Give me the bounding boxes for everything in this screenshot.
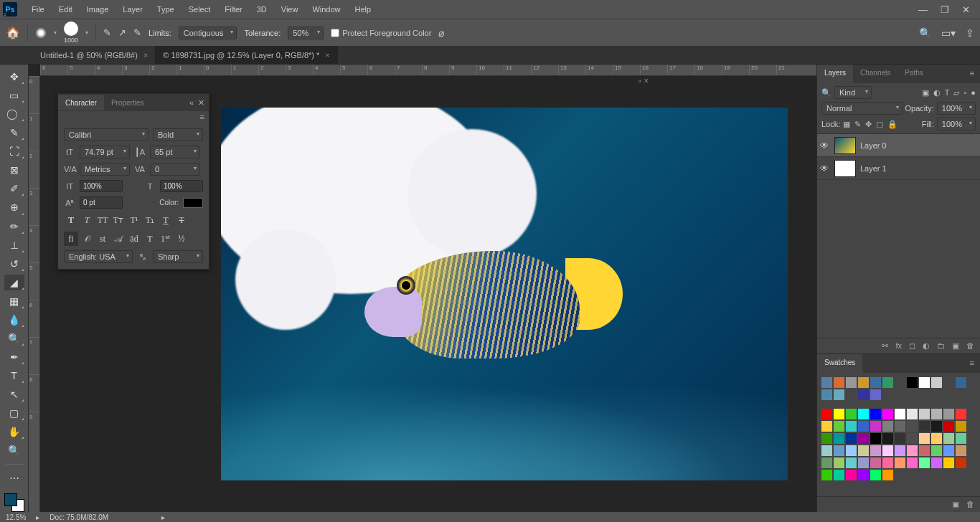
close-tab-icon[interactable]: × bbox=[143, 51, 148, 60]
link-layers-icon[interactable]: ⚯ bbox=[882, 341, 888, 351]
delete-swatch-icon[interactable]: 🗑 bbox=[966, 500, 974, 509]
swatch[interactable] bbox=[956, 421, 966, 432]
blur-tool[interactable]: 💧 bbox=[4, 312, 24, 328]
discretionary-button[interactable]: st bbox=[95, 232, 110, 246]
filter-kind-dropdown[interactable]: Kind bbox=[834, 86, 872, 99]
blend-mode-dropdown[interactable]: Normal bbox=[821, 102, 903, 115]
move-tool[interactable]: ✥ bbox=[4, 69, 24, 85]
collapse-icon[interactable]: « bbox=[189, 98, 194, 108]
lock-all-icon[interactable]: 🔒 bbox=[887, 120, 897, 129]
maximize-icon[interactable]: ❐ bbox=[941, 4, 949, 15]
lasso-tool[interactable]: ⃝ bbox=[4, 106, 24, 122]
swatch[interactable] bbox=[956, 409, 966, 419]
tab-paths[interactable]: Paths bbox=[897, 65, 930, 83]
swatch[interactable] bbox=[919, 409, 930, 419]
italic-button[interactable]: T bbox=[80, 213, 94, 227]
canvas[interactable] bbox=[221, 108, 788, 480]
subscript-button[interactable]: T₁ bbox=[143, 213, 157, 227]
opacity-input[interactable]: 100% bbox=[937, 102, 976, 115]
swatch[interactable] bbox=[956, 433, 966, 444]
workspace-icon[interactable]: ▭▾ bbox=[941, 27, 956, 39]
panel-menu-icon[interactable]: ≡ bbox=[964, 65, 980, 83]
swatch[interactable] bbox=[907, 377, 918, 388]
swatch[interactable] bbox=[895, 457, 905, 468]
swatch[interactable] bbox=[895, 445, 905, 456]
fractions-button[interactable]: ½ bbox=[174, 232, 189, 246]
swash-button[interactable]: 𝒜 bbox=[111, 232, 126, 246]
pressure-icon[interactable]: ⌀ bbox=[438, 27, 444, 39]
filter-shape-icon[interactable]: ▱ bbox=[953, 88, 959, 98]
filter-type-icon[interactable]: T bbox=[945, 88, 950, 98]
swatch[interactable] bbox=[858, 409, 869, 419]
tab-properties[interactable]: Properties bbox=[104, 95, 151, 110]
gradient-tool[interactable]: ▦ bbox=[4, 293, 24, 309]
swatch[interactable] bbox=[821, 470, 832, 480]
swatch[interactable] bbox=[907, 409, 918, 419]
lock-artboard-icon[interactable]: ▢ bbox=[876, 120, 883, 129]
bold-button[interactable]: T bbox=[64, 213, 78, 227]
menu-type[interactable]: Type bbox=[150, 2, 182, 16]
menu-window[interactable]: Window bbox=[305, 2, 347, 16]
eyedropper-tool[interactable]: ✐ bbox=[4, 181, 24, 196]
delete-layer-icon[interactable]: 🗑 bbox=[966, 341, 974, 351]
crop-tool[interactable]: ⛶ bbox=[4, 143, 24, 159]
filter-adjust-icon[interactable]: ◐ bbox=[933, 88, 941, 98]
swatch[interactable] bbox=[846, 433, 857, 444]
hscale-input[interactable] bbox=[160, 180, 203, 192]
swatch[interactable] bbox=[846, 421, 857, 432]
menu-select[interactable]: Select bbox=[182, 2, 218, 16]
swatch[interactable] bbox=[834, 433, 844, 444]
protect-fg-checkbox[interactable]: Protect Foreground Color bbox=[331, 29, 431, 37]
zoom-level[interactable]: 12.5% bbox=[6, 513, 26, 521]
layer-fx-icon[interactable]: fx bbox=[895, 341, 902, 351]
swatch[interactable] bbox=[931, 409, 942, 419]
swatch[interactable] bbox=[956, 457, 966, 468]
limits-dropdown[interactable]: Contiguous bbox=[179, 27, 237, 39]
document-tab[interactable]: © 1898731.jpg @ 12.5% (Layer 0, RGB/8*) … bbox=[156, 46, 337, 64]
tab-swatches[interactable]: Swatches bbox=[817, 354, 862, 373]
close-panel-icon[interactable]: ✕ bbox=[198, 98, 204, 108]
path-select-tool[interactable]: ↖ bbox=[4, 386, 24, 402]
menu-filter[interactable]: Filter bbox=[217, 2, 249, 16]
new-swatch-icon[interactable]: ▣ bbox=[952, 500, 959, 509]
swatch[interactable] bbox=[931, 433, 942, 444]
swatch[interactable] bbox=[919, 377, 930, 388]
swatch[interactable] bbox=[846, 409, 857, 419]
swatch[interactable] bbox=[834, 389, 844, 400]
swatch[interactable] bbox=[919, 457, 930, 468]
swatch[interactable] bbox=[882, 445, 893, 456]
brush-preset-1[interactable] bbox=[35, 27, 47, 39]
fill-input[interactable]: 100% bbox=[937, 118, 976, 130]
underline-button[interactable]: T bbox=[159, 213, 173, 227]
swatch[interactable] bbox=[834, 421, 844, 432]
healing-tool[interactable]: ⊕ bbox=[4, 199, 24, 215]
visibility-icon[interactable]: 👁 bbox=[820, 163, 830, 174]
swatch[interactable] bbox=[895, 433, 905, 444]
tracking-input[interactable]: 0 bbox=[150, 163, 200, 176]
eraser-tool[interactable]: ◢ bbox=[4, 275, 24, 290]
menu-file[interactable]: File bbox=[24, 2, 52, 16]
menu-edit[interactable]: Edit bbox=[52, 2, 80, 16]
swatch[interactable] bbox=[895, 421, 905, 432]
contextual-button[interactable]: 𝒪 bbox=[80, 232, 94, 246]
panel-menu-icon[interactable]: ≡ bbox=[964, 354, 980, 373]
text-color-swatch[interactable] bbox=[183, 198, 203, 208]
swatch[interactable] bbox=[870, 445, 881, 456]
swatch[interactable] bbox=[943, 421, 954, 432]
swatch[interactable] bbox=[907, 445, 918, 456]
swatch[interactable] bbox=[919, 421, 930, 432]
swatch[interactable] bbox=[882, 470, 893, 480]
menu-image[interactable]: Image bbox=[80, 2, 116, 16]
swatch[interactable] bbox=[858, 433, 869, 444]
layer-row[interactable]: 👁Layer 0 bbox=[817, 134, 980, 157]
layer-name[interactable]: Layer 0 bbox=[860, 141, 887, 150]
swatch[interactable] bbox=[858, 445, 869, 456]
swatch[interactable] bbox=[834, 377, 844, 388]
swatch[interactable] bbox=[834, 445, 844, 456]
swatch[interactable] bbox=[821, 377, 832, 388]
swatch[interactable] bbox=[943, 433, 954, 444]
smallcaps-button[interactable]: Tᴛ bbox=[111, 213, 126, 227]
filter-pixel-icon[interactable]: ▣ bbox=[922, 88, 929, 98]
history-brush-tool[interactable]: ↺ bbox=[4, 256, 24, 272]
swatch[interactable] bbox=[882, 433, 893, 444]
